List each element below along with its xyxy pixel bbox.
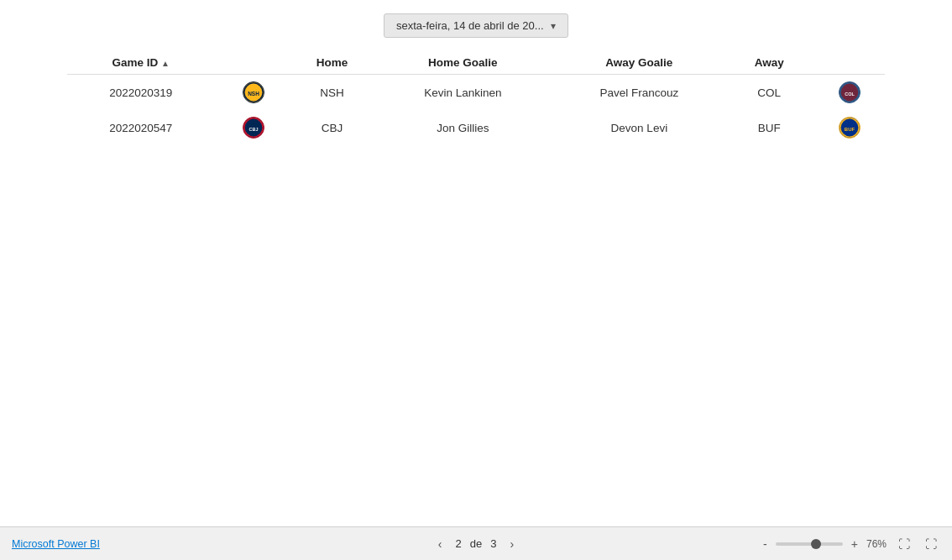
powerbi-link[interactable]: Microsoft Power BI [12,538,100,550]
data-table-container: Game ID Home Home Goalie Away Goalie Awa… [0,51,952,145]
zoom-controls: - + 76% [760,536,887,552]
col-header-game-id[interactable]: Game ID [67,51,214,75]
cell-away-logo: COL [810,75,885,111]
pagination-prev-button[interactable]: ‹ [433,536,447,552]
date-filter-section: sexta-feira, 14 de abril de 20... ▾ [0,13,952,38]
cell-away-goalie: Pavel Francouz [551,75,728,111]
cell-away-team: COL [728,75,810,111]
table-row: 2022020319 NSH NSHKevin LankinenPavel Fr… [67,75,885,111]
cell-home-logo: CBJ [214,110,289,145]
zoom-in-button[interactable]: + [848,536,861,552]
svg-text:NSH: NSH [248,91,259,97]
date-filter-dropdown[interactable]: sexta-feira, 14 de abril de 20... ▾ [384,13,568,38]
logo-buf: BUF [839,117,860,139]
col-header-away[interactable]: Away [728,51,810,75]
chevron-down-icon: ▾ [551,20,556,32]
cell-away-logo: BUF [810,110,885,145]
svg-text:CBJ: CBJ [248,127,258,132]
logo-col: COL [839,81,860,103]
pagination-controls: ‹ 2 de 3 › [433,536,519,552]
zoom-out-button[interactable]: - [760,536,771,552]
logo-nsh: NSH [243,81,264,103]
col-header-home[interactable]: Home [289,51,375,75]
logo-cbj: CBJ [243,117,264,139]
cell-home-goalie: Jon Gillies [375,110,551,145]
date-filter-label: sexta-feira, 14 de abril de 20... [396,19,544,32]
pagination-separator: de [470,537,482,550]
cell-away-team: BUF [728,110,810,145]
svg-text:COL: COL [845,92,855,97]
pagination-next-button[interactable]: › [505,536,519,552]
svg-text:BUF: BUF [845,127,855,132]
zoom-slider-thumb [811,539,821,549]
col-header-away-logo [810,51,885,75]
fit-to-window-button[interactable]: ⛶ [895,536,913,552]
cell-game-id: 2022020547 [67,110,214,145]
fullscreen-button[interactable]: ⛶ [922,536,940,552]
col-header-home-goalie[interactable]: Home Goalie [375,51,551,75]
cell-away-goalie: Devon Levi [551,110,728,145]
cell-home-team: CBJ [289,110,375,145]
status-bar: Microsoft Power BI ‹ 2 de 3 › - + 76% ⛶ … [0,526,952,560]
pagination-total: 3 [490,537,496,550]
col-header-home-logo [214,51,289,75]
cell-home-goalie: Kevin Lankinen [375,75,551,111]
col-header-away-goalie[interactable]: Away Goalie [551,51,728,75]
zoom-percent: 76% [866,538,887,550]
cell-home-logo: NSH [214,75,289,111]
games-table: Game ID Home Home Goalie Away Goalie Awa… [67,51,885,145]
table-row: 2022020547 CBJ CBJJon GilliesDevon LeviB… [67,110,885,145]
pagination-current: 2 [456,537,462,550]
zoom-slider[interactable] [776,542,843,546]
cell-home-team: NSH [289,75,375,111]
status-right: - + 76% ⛶ ⛶ [760,536,940,552]
cell-game-id: 2022020319 [67,75,214,111]
